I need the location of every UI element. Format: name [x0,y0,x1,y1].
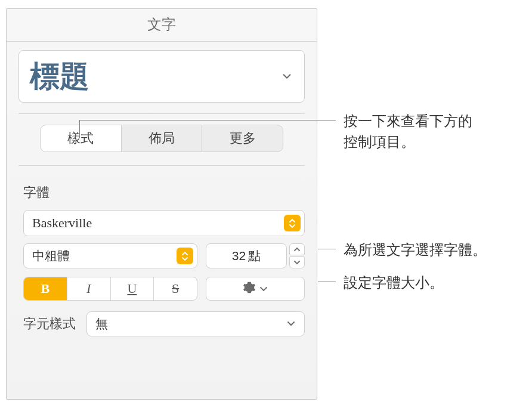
chevron-down-icon [282,71,292,82]
font-size-unit: 點 [248,248,261,264]
callout-line [79,120,80,138]
strikethrough-button[interactable]: S [154,277,197,300]
callout-line [79,120,336,120]
callout-line [318,282,336,282]
tab-layout[interactable]: 佈局 [122,125,203,152]
font-size-value: 32 [232,249,246,263]
callout-size: 設定字體大小。 [344,273,444,293]
text-format-segment: B I U S [23,277,197,301]
popup-arrows-icon [284,215,301,231]
gear-icon [243,281,256,296]
paragraph-style-popup[interactable]: 標題 [18,50,305,103]
character-style-popup[interactable]: 無 [86,311,305,336]
paragraph-style-value: 標題 [30,57,89,97]
callout-tab: 按一下來查看下方的 控制項目。 [344,111,472,153]
popup-arrows-icon [177,248,193,264]
tab-segment-control: 樣式 佈局 更多 [40,125,283,152]
callout-font: 為所選文字選擇字體。 [344,240,487,261]
font-size-stepper [289,243,305,268]
panel-title: 文字 [7,9,317,42]
divider [18,113,305,114]
font-family-value: Baskerville [32,215,284,231]
divider [18,165,305,166]
stepper-up-button[interactable] [289,243,305,255]
chevron-down-icon [286,319,296,329]
font-section-label: 字體 [23,184,305,202]
font-weight-popup[interactable]: 中粗體 [23,243,197,268]
font-family-popup[interactable]: Baskerville [23,210,305,236]
chevron-down-icon [259,283,268,294]
character-style-value: 無 [95,316,296,332]
font-size-field[interactable]: 32 點 [206,243,287,268]
italic-button[interactable]: I [67,277,111,300]
character-style-label: 字元樣式 [23,315,76,333]
callout-line [318,249,336,249]
tab-more[interactable]: 更多 [202,125,283,152]
advanced-options-popup[interactable] [206,277,305,301]
stepper-down-button[interactable] [289,256,305,268]
bold-button[interactable]: B [24,277,67,300]
underline-button[interactable]: U [111,277,154,300]
text-format-panel: 文字 標題 樣式 佈局 更多 字體 Baskerville 中粗體 [6,8,317,400]
font-weight-value: 中粗體 [32,248,177,264]
tab-style[interactable]: 樣式 [41,125,122,152]
